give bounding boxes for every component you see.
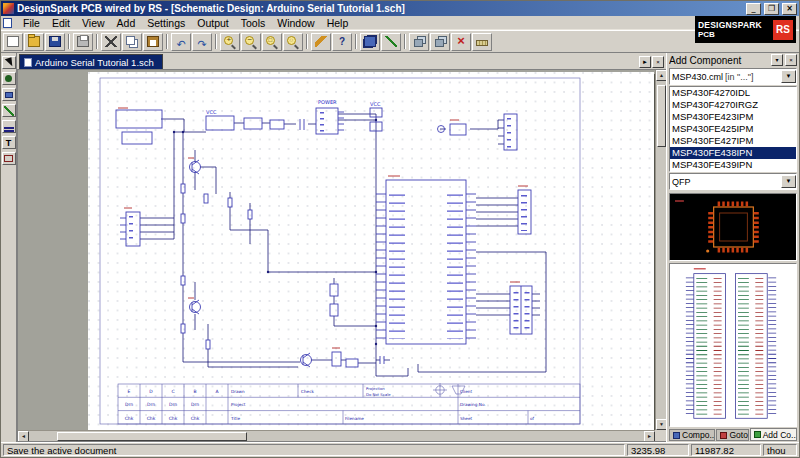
zoom-window-button[interactable] — [262, 33, 282, 51]
list-item-selected[interactable]: MSP430FE438IPN — [670, 147, 796, 159]
add-component-tab-icon — [754, 431, 761, 438]
tab-add-component[interactable]: Add Co... — [750, 428, 797, 441]
vcc-label-2: VCC — [370, 101, 381, 107]
cursor-x-coordinate: 3235.98 — [627, 444, 689, 456]
brand-name: DESIGNSPARK — [698, 21, 762, 30]
menu-settings[interactable]: Settings — [141, 16, 191, 30]
of-label: of — [530, 416, 535, 421]
minimize-button[interactable] — [746, 3, 761, 15]
select-tool-button[interactable] — [2, 56, 16, 69]
redo-button[interactable] — [192, 33, 212, 51]
add-shape-tool-button[interactable] — [2, 152, 16, 165]
add-wire-tool-button[interactable] — [2, 104, 16, 117]
tab-components[interactable]: Compo... — [669, 429, 715, 441]
footprint-drawing — [670, 194, 796, 260]
menu-add[interactable]: Add — [111, 16, 142, 30]
menu-view[interactable]: View — [76, 16, 111, 30]
tab-scroll-button[interactable]: ► — [639, 56, 651, 68]
cut-button[interactable] — [101, 33, 121, 51]
scroll-up-button[interactable]: ▲ — [656, 70, 666, 81]
menu-edit[interactable]: Edit — [46, 16, 76, 30]
chk-label: Chk — [147, 416, 156, 421]
rev-letter: B — [193, 389, 196, 394]
chk-label: Chk — [169, 416, 178, 421]
pad-icon — [5, 75, 12, 82]
horizontal-scrollbar[interactable]: ◄ ► — [18, 430, 655, 441]
add-bus-tool-button[interactable] — [2, 120, 16, 133]
edit-button[interactable] — [311, 33, 331, 51]
close-button[interactable] — [782, 3, 797, 15]
panel-header[interactable]: Add Component ▾ × — [667, 53, 799, 67]
new-button[interactable] — [3, 33, 23, 51]
symbol-drawing — [670, 264, 796, 426]
translate-to-pcb-button[interactable] — [430, 33, 450, 51]
document-icon[interactable] — [3, 18, 12, 28]
zoom-all-button[interactable] — [283, 33, 303, 51]
vertical-scrollbar[interactable]: ▲ ▼ — [655, 70, 666, 430]
scroll-right-button[interactable]: ► — [644, 431, 655, 442]
package-dropdown-arrow-icon[interactable]: ▼ — [781, 175, 796, 188]
zoom-out-icon — [245, 36, 257, 48]
brand-product: PCB — [698, 30, 762, 39]
rev-letter: E — [128, 389, 131, 394]
tab-arduino-serial-tutorial[interactable]: Arduino Serial Tutorial 1.sch — [19, 54, 163, 69]
tab-close-button[interactable]: × — [652, 56, 664, 68]
horizontal-scroll-thumb[interactable] — [57, 432, 247, 441]
measure-button[interactable] — [472, 33, 492, 51]
toolbar-separator — [215, 34, 217, 49]
schematic-page[interactable]: POWER VCC VCC — [88, 72, 654, 432]
menu-file[interactable]: File — [17, 16, 46, 30]
panel-close-button[interactable]: × — [785, 54, 797, 66]
paste-button[interactable] — [143, 33, 163, 51]
undo-button[interactable] — [171, 33, 191, 51]
list-item[interactable]: MSP430FE423IPM — [670, 111, 796, 123]
filename-label: Filename — [345, 416, 364, 421]
zoom-in-button[interactable] — [220, 33, 240, 51]
help-button[interactable] — [332, 33, 352, 51]
menu-help[interactable]: Help — [321, 16, 355, 30]
list-item[interactable]: MSP430FE427IPM — [670, 135, 796, 147]
vertical-scroll-thumb[interactable] — [657, 85, 666, 147]
panel-pin-button[interactable]: ▾ — [771, 54, 783, 66]
units-indicator: thou — [763, 444, 797, 456]
scroll-down-button[interactable]: ▼ — [656, 419, 666, 430]
cut-icon — [105, 36, 117, 47]
library-select[interactable]: MSP430.cml [in "..."] ▼ — [669, 68, 797, 85]
delete-button[interactable] — [451, 33, 471, 51]
zoom-out-button[interactable] — [241, 33, 261, 51]
list-item[interactable]: MSP430F4270IDL — [670, 87, 796, 99]
tab-goto[interactable]: Goto — [716, 429, 748, 441]
check-label: Check — [301, 389, 314, 394]
add-component-button[interactable] — [360, 33, 380, 51]
title-bar[interactable]: DesignSpark PCB wired by RS - [Schematic… — [1, 1, 799, 16]
maximize-button[interactable] — [764, 3, 779, 15]
pcb-3d-view-button[interactable] — [409, 33, 429, 51]
add-pad-tool-button[interactable] — [2, 72, 16, 85]
add-wire-button[interactable] — [381, 33, 401, 51]
schematic-canvas[interactable]: POWER VCC VCC — [17, 69, 666, 442]
package-select[interactable]: QFP ▼ — [669, 173, 797, 190]
drawing-no-label: Drawing No. — [460, 402, 486, 407]
menu-window[interactable]: Window — [271, 16, 320, 30]
redo-icon — [196, 36, 208, 47]
copy-button[interactable] — [122, 33, 142, 51]
cursor-y-coordinate: 11987.82 — [691, 444, 761, 456]
copy-icon — [126, 36, 135, 45]
open-button[interactable] — [24, 33, 44, 51]
zoom-window-icon — [266, 36, 278, 48]
pcb-boxes-icon — [435, 39, 444, 47]
list-item[interactable]: MSP430FE425IPM — [670, 123, 796, 135]
add-component-tool-button[interactable] — [2, 88, 16, 101]
library-dropdown-arrow-icon[interactable]: ▼ — [781, 70, 796, 83]
list-item[interactable]: MSP430F4270IRGZ — [670, 99, 796, 111]
scroll-left-button[interactable]: ◄ — [18, 431, 29, 442]
paste-icon — [147, 36, 159, 47]
print-button[interactable] — [73, 33, 93, 51]
add-text-tool-button[interactable] — [2, 136, 16, 149]
save-button[interactable] — [45, 33, 65, 51]
menu-output[interactable]: Output — [191, 16, 235, 30]
menu-tools[interactable]: Tools — [235, 16, 272, 30]
shape-icon — [4, 155, 13, 162]
component-list[interactable]: MSP430F4270IDL MSP430F4270IRGZ MSP430FE4… — [669, 86, 797, 172]
list-item[interactable]: MSP430FE439IPN — [670, 159, 796, 171]
